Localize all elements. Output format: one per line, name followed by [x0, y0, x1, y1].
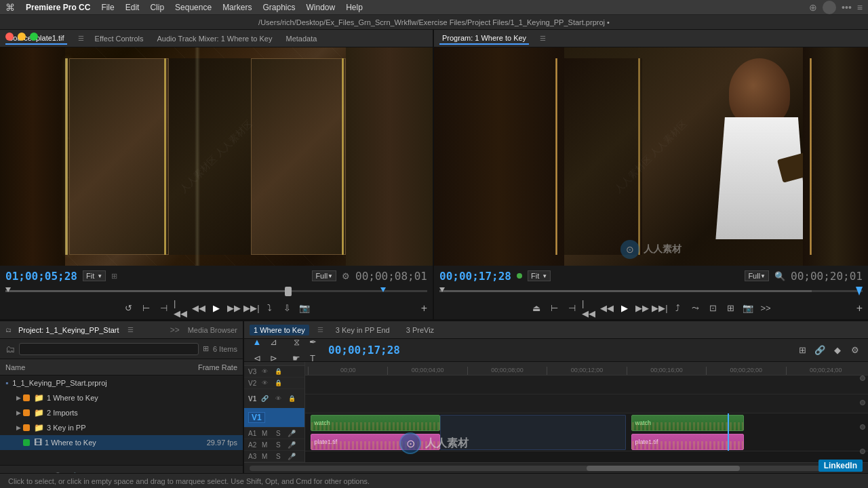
prog-mark-btn[interactable]: ⏏: [529, 301, 544, 316]
source-fit-selector[interactable]: Fit ▼: [83, 270, 106, 281]
prog-extract-btn[interactable]: ⤳: [688, 301, 703, 316]
menu-clip[interactable]: Clip: [150, 3, 164, 12]
clip-watch-1[interactable]: watch: [311, 415, 440, 431]
list-view-btn[interactable]: ⊞: [203, 344, 209, 353]
source-insert-btn[interactable]: ⤵: [262, 301, 277, 316]
source-step-fwd-btn[interactable]: ⊣: [156, 301, 171, 316]
close-button[interactable]: [5, 33, 14, 41]
a3-mic-btn[interactable]: 🎤: [286, 451, 297, 462]
source-camera-btn[interactable]: 📷: [297, 301, 312, 316]
tl-linked-btn[interactable]: 🔗: [812, 343, 827, 358]
maximize-button[interactable]: [30, 33, 38, 41]
expand-panel-btn[interactable]: >>: [170, 325, 180, 335]
project-menu-icon[interactable]: ☰: [127, 326, 134, 333]
a1-s-btn[interactable]: S: [273, 428, 283, 439]
prog-play-btn[interactable]: ▶: [617, 301, 632, 316]
track-a1[interactable]: [305, 451, 868, 462]
list-item[interactable]: ▶ 📁 1 Where to Key: [0, 390, 243, 405]
prog-lift-btn[interactable]: ⤴: [670, 301, 685, 316]
menu-edit[interactable]: Edit: [125, 3, 140, 12]
source-overwrite-btn[interactable]: ⇩: [279, 301, 294, 316]
project-search[interactable]: [19, 343, 199, 355]
track-expand-v2[interactable]: [860, 400, 865, 405]
source-loop-btn[interactable]: ↺: [121, 301, 136, 316]
track-expand-a1[interactable]: [860, 449, 865, 454]
program-fit-selector[interactable]: Fit ▼: [528, 270, 551, 281]
program-menu-icon[interactable]: ☰: [540, 35, 546, 42]
tl-scroll-bar[interactable]: [244, 462, 868, 473]
prog-step-fwd-btn[interactable]: ⊣: [564, 301, 579, 316]
tl-tab-1-menu[interactable]: ☰: [317, 326, 323, 333]
program-scrubber[interactable]: [434, 286, 868, 297]
clip-plate1-1[interactable]: plate1.tif: [311, 434, 440, 450]
tab-metadata[interactable]: Metadata: [283, 33, 319, 44]
a1-mic-btn[interactable]: 🎤: [286, 428, 297, 439]
program-full-selector[interactable]: Full ▼: [745, 270, 769, 281]
prog-more-btn[interactable]: >>: [758, 301, 773, 316]
tl-snap-btn[interactable]: ⊞: [795, 343, 810, 358]
source-full-selector[interactable]: Full ▼: [312, 270, 336, 281]
menu-file[interactable]: File: [101, 3, 114, 12]
source-goto-in-btn[interactable]: |◀◀: [174, 301, 189, 316]
source-play-btn[interactable]: ▶: [209, 301, 224, 316]
track-v3[interactable]: [305, 375, 868, 394]
menu-graphics[interactable]: Graphics: [262, 3, 295, 12]
folder-2-expand-icon[interactable]: ▶: [16, 409, 21, 416]
source-menu-icon[interactable]: ☰: [78, 35, 84, 42]
track-expand-v3[interactable]: [860, 375, 865, 381]
list-item[interactable]: ▶ 🎞 1 Where to Key 29.97 fps: [0, 435, 243, 450]
prog-next-btn[interactable]: ▶▶: [635, 301, 650, 316]
tab-audio-track-mixer[interactable]: Audio Track Mixer: 1 Where to Key: [155, 33, 275, 44]
v2-lock-btn[interactable]: 🔒: [273, 378, 283, 388]
a1-m-btn[interactable]: M: [259, 428, 270, 439]
source-prev-btn[interactable]: ◀◀: [191, 301, 206, 316]
prog-match-btn[interactable]: ⊞: [723, 301, 738, 316]
tl-tab-3-key[interactable]: 3 Key in PP End: [332, 325, 394, 336]
track-v2[interactable]: [305, 394, 868, 413]
source-next-btn[interactable]: ▶▶: [226, 301, 241, 316]
list-item[interactable]: ▪ 1_1_Keying_PP_Start.prproj: [0, 375, 243, 390]
source-step-back-btn[interactable]: ⊢: [138, 301, 153, 316]
media-browser-tab[interactable]: Media Browser: [188, 326, 237, 334]
menu-window[interactable]: Window: [307, 3, 336, 12]
tab-program[interactable]: Program: 1 Where to Key: [439, 33, 529, 45]
prog-camera-btn[interactable]: 📷: [741, 301, 755, 316]
track-v1[interactable]: watch plate1.tif watch: [305, 413, 868, 451]
a2-s-btn[interactable]: S: [273, 439, 283, 450]
tl-track-select-btn[interactable]: ⊿: [266, 335, 281, 350]
prog-trim-btn[interactable]: ⊡: [705, 301, 720, 316]
menu-markers[interactable]: Markers: [222, 3, 252, 12]
tl-slip-btn[interactable]: ⧖: [289, 335, 304, 350]
v1-lock-btn[interactable]: 🔒: [286, 393, 297, 404]
tl-settings-btn[interactable]: ⚙: [848, 343, 863, 358]
a3-s-btn[interactable]: S: [273, 451, 283, 462]
tl-tab-1[interactable]: 1 Where to Key: [250, 325, 309, 336]
source-marker-icon[interactable]: ⚙: [342, 271, 350, 281]
v1-sync-lock[interactable]: 🔗: [259, 393, 270, 404]
tab-effect-controls[interactable]: Effect Controls: [92, 33, 146, 44]
menu-help[interactable]: Help: [346, 3, 363, 12]
tl-select-btn[interactable]: ▲: [250, 335, 264, 350]
track-expand-v1[interactable]: [860, 424, 865, 430]
source-scrubber[interactable]: [0, 286, 433, 297]
minimize-button[interactable]: [18, 33, 26, 41]
source-settings-icon[interactable]: ⊞: [111, 272, 117, 281]
tl-pen-btn[interactable]: ✒: [305, 335, 320, 350]
menu-sequence[interactable]: Sequence: [175, 3, 212, 12]
folder-expand-icon[interactable]: ▶: [16, 394, 21, 401]
folder-3-expand-icon[interactable]: ▶: [16, 424, 21, 431]
tl-tab-previz[interactable]: 3 PreViz: [402, 325, 438, 336]
v1-eye-btn[interactable]: 👁: [273, 393, 283, 404]
a2-m-btn[interactable]: M: [259, 439, 270, 450]
v2-eye-btn[interactable]: 👁: [259, 378, 270, 388]
tl-add-marker-btn[interactable]: ◆: [830, 343, 845, 358]
v1-indicator[interactable]: V1: [248, 412, 265, 423]
v3-eye-btn[interactable]: 👁: [259, 366, 270, 377]
v3-lock-btn[interactable]: 🔒: [273, 366, 283, 377]
list-item[interactable]: ▶ 📁 3 Key in PP: [0, 420, 243, 435]
list-item[interactable]: ▶ 📁 2 Imports: [0, 405, 243, 420]
prog-goto-in-btn[interactable]: |◀◀: [582, 301, 597, 316]
prog-add-btn[interactable]: +: [856, 302, 863, 314]
source-goto-out-btn[interactable]: ▶▶|: [244, 301, 259, 316]
program-wrench-icon[interactable]: 🔍: [774, 271, 785, 281]
